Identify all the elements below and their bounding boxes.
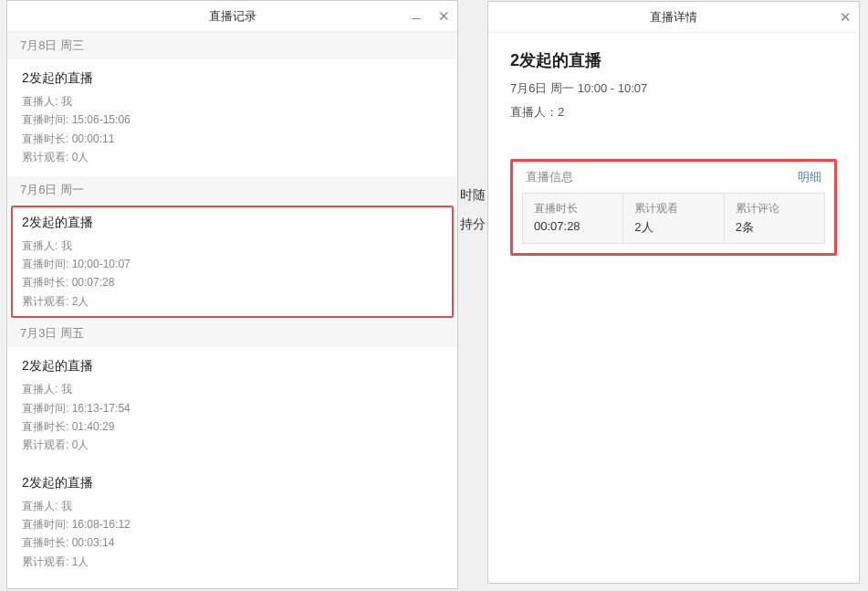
date-header: 7月3日 周五 <box>7 320 457 347</box>
records-list[interactable]: 7月8日 周三2发起的直播直播人: 我直播时间: 15:06-15:06直播时长… <box>7 32 457 588</box>
details-subtitle: 7月6日 周一 10:00 - 10:07 <box>510 80 837 97</box>
record-views: 累计观看: 1人 <box>22 553 443 571</box>
record-title: 2发起的直播 <box>22 70 443 87</box>
record-host: 直播人: 我 <box>22 237 443 255</box>
record-time: 直播时间: 16:13-17:54 <box>22 399 443 417</box>
details-window: 直播详情 ✕ 2发起的直播 7月6日 周一 10:00 - 10:07 直播人：… <box>487 1 860 584</box>
record-views: 累计观看: 0人 <box>22 436 443 454</box>
record-host: 直播人: 我 <box>22 92 443 111</box>
date-header: 7月8日 周三 <box>7 32 457 59</box>
info-cell-value: 2条 <box>736 219 813 236</box>
info-cell-label: 直播时长 <box>534 201 612 216</box>
info-cell-value: 00:07:28 <box>534 219 612 233</box>
info-header: 直播信息 明细 <box>522 169 825 185</box>
record-host: 直播人: 我 <box>22 497 443 515</box>
date-header: 7月6日 周一 <box>7 176 457 204</box>
info-cell: 累计观看2人 <box>623 194 724 243</box>
info-cell-label: 累计观看 <box>634 201 712 216</box>
record-duration: 直播时长: 00:07:28 <box>22 273 443 291</box>
record-views: 累计观看: 2人 <box>22 292 443 311</box>
background-text: 时随 <box>460 187 486 204</box>
record-time: 直播时间: 10:00-10:07 <box>22 255 443 273</box>
record-title: 2发起的直播 <box>22 215 443 231</box>
details-titlebar: 直播详情 ✕ <box>488 2 859 33</box>
info-header-label: 直播信息 <box>526 169 573 185</box>
record-host: 直播人: 我 <box>22 380 443 398</box>
records-titlebar: 直播记录 ✕ <box>7 1 457 32</box>
info-cell: 累计评论2条 <box>725 194 824 243</box>
record-item[interactable]: 2发起的直播直播人: 我直播时间: 16:13-17:54直播时长: 01:40… <box>7 347 457 464</box>
record-title: 2发起的直播 <box>22 358 443 375</box>
close-button[interactable]: ✕ <box>435 8 452 25</box>
details-body: 2发起的直播 7月6日 周一 10:00 - 10:07 直播人：2 <box>488 33 859 137</box>
record-duration: 直播时长: 01:40:29 <box>22 417 443 436</box>
details-titlebar-controls: ✕ <box>837 2 853 32</box>
info-cell-value: 2人 <box>634 219 712 236</box>
minimize-icon <box>412 18 421 19</box>
record-title: 2发起的直播 <box>22 475 443 491</box>
record-views: 累计观看: 0人 <box>22 148 443 166</box>
info-table: 直播时长00:07:28累计观看2人累计评论2条 <box>522 193 825 244</box>
record-item[interactable]: 2发起的直播直播人: 我直播时间: 16:08-16:12直播时长: 00:03… <box>7 464 457 581</box>
close-icon: ✕ <box>840 10 852 24</box>
details-heading: 2发起的直播 <box>510 49 837 71</box>
record-time: 直播时间: 16:08-16:12 <box>22 515 443 533</box>
details-host: 直播人：2 <box>510 104 837 121</box>
record-time: 直播时间: 15:06-15:06 <box>22 111 443 129</box>
record-duration: 直播时长: 00:03:14 <box>22 533 443 552</box>
records-window: 直播记录 ✕ 7月8日 周三2发起的直播直播人: 我直播时间: 15:06-15… <box>6 0 458 589</box>
detail-link[interactable]: 明细 <box>798 169 821 185</box>
details-window-title: 直播详情 <box>650 9 697 26</box>
records-window-title: 直播记录 <box>209 8 256 25</box>
minimize-button[interactable] <box>408 8 424 25</box>
record-item[interactable]: 2发起的直播直播人: 我直播时间: 15:06-15:06直播时长: 00:00… <box>7 59 457 176</box>
info-cell: 直播时长00:07:28 <box>523 194 623 243</box>
background-text: 持分 <box>460 216 486 233</box>
records-titlebar-controls: ✕ <box>408 1 452 31</box>
info-cell-label: 累计评论 <box>736 201 813 216</box>
close-button[interactable]: ✕ <box>837 9 853 26</box>
close-icon: ✕ <box>438 9 450 23</box>
info-section: 直播信息 明细 直播时长00:07:28累计观看2人累计评论2条 <box>510 159 837 256</box>
record-duration: 直播时长: 00:00:11 <box>22 130 443 148</box>
record-item[interactable]: 2发起的直播直播人: 我直播时间: 10:00-10:07直播时长: 00:07… <box>11 206 454 319</box>
